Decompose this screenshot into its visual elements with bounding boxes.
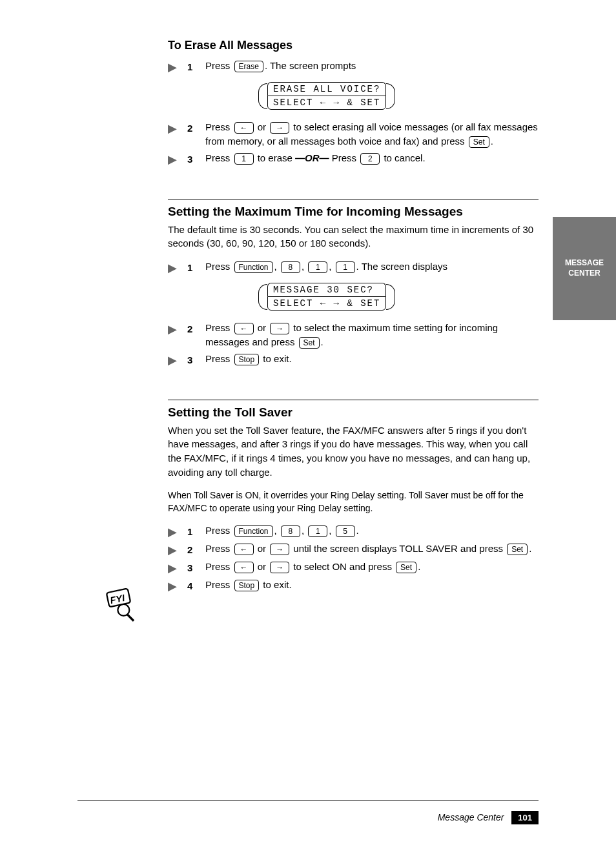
step-row: ▶ 1 Press Erase. The screen prompts	[168, 59, 539, 74]
step-row: ▶ 2 Press ← or → to select the maximum t…	[168, 321, 539, 349]
set-key: Set	[396, 562, 416, 573]
set-key: Set	[469, 136, 489, 148]
step-body: Press 1 to erase —OR— Press 2 to cancel.	[205, 151, 539, 165]
step-body: Press Stop to exit.	[205, 578, 539, 592]
lcd-cap-left-icon	[258, 83, 267, 109]
step-number: 2	[187, 120, 205, 134]
one-key: 1	[308, 525, 327, 537]
step-number: 3	[187, 151, 205, 165]
one-key: 1	[234, 153, 254, 165]
step-pointer-icon: ▶	[168, 260, 187, 275]
lcd-lines: ERASE ALL VOICE? SELECT ← → & SET	[267, 82, 386, 110]
eight-key: 8	[281, 261, 300, 273]
set-key: Set	[299, 337, 320, 349]
lcd-display: MESSAGE 30 SEC? SELECT ← → & SET	[258, 283, 539, 311]
svg-line-3	[127, 615, 134, 621]
toll-saver-intro2: When Toll Saver is ON, it overrides your…	[168, 489, 539, 515]
step-row: ▶ 2 Press ← or → to select erasing all v…	[168, 120, 539, 148]
left-arrow-key: ←	[234, 323, 254, 334]
function-key: Function	[234, 525, 273, 537]
step-pointer-icon: ▶	[168, 578, 187, 593]
two-key: 2	[360, 153, 380, 165]
step-body: Press ← or → to select ON and press Set.	[205, 560, 539, 574]
lcd-cap-right-icon	[386, 284, 395, 310]
step-pointer-icon: ▶	[168, 59, 187, 74]
one-key: 1	[308, 261, 327, 273]
step-body: Press Stop to exit.	[205, 352, 539, 366]
step-body: Press Function, 8, 1, 5.	[205, 524, 539, 538]
step-row: ▶ 3 Press 1 to erase —OR— Press 2 to can…	[168, 151, 539, 167]
left-arrow-key: ←	[234, 544, 254, 555]
step-row: ▶ 1 Press Function, 8, 1, 1. The screen …	[168, 260, 539, 275]
step-number: 1	[187, 524, 205, 537]
right-arrow-key: →	[270, 544, 289, 555]
right-arrow-key: →	[270, 122, 289, 134]
manual-page: MESSAGE CENTER To Erase All Messages ▶ 1…	[0, 0, 616, 867]
five-key: 5	[336, 525, 355, 537]
step-row: ▶ 2 Press ← or → until the screen displa…	[168, 542, 539, 557]
step-body: Press ← or → to select the maximum time …	[205, 321, 539, 349]
max-time-section: Setting the Maximum Time for Incoming Me…	[168, 199, 539, 367]
page-number: 101	[511, 811, 539, 824]
step-pointer-icon: ▶	[168, 542, 187, 557]
step-row: ▶ 3 Press Stop to exit.	[168, 352, 539, 367]
set-key: Set	[507, 544, 528, 555]
left-arrow-key: ←	[234, 562, 254, 573]
step-number: 3	[187, 560, 205, 573]
step-pointer-icon: ▶	[168, 120, 187, 136]
erase-key: Erase	[234, 61, 263, 72]
function-key: Function	[234, 261, 273, 273]
step-row: ▶ 4 Press Stop to exit.	[168, 578, 539, 593]
side-tab: MESSAGE CENTER	[553, 217, 616, 320]
stop-key: Stop	[234, 354, 260, 365]
lcd-display: ERASE ALL VOICE? SELECT ← → & SET	[258, 82, 539, 110]
lcd-line-1: ERASE ALL VOICE?	[267, 82, 386, 96]
footer-rule	[77, 801, 539, 802]
lcd-line-1: MESSAGE 30 SEC?	[267, 283, 386, 296]
step-pointer-icon: ▶	[168, 151, 187, 167]
erase-all-title: To Erase All Messages	[168, 39, 539, 52]
lcd-cap-right-icon	[386, 83, 395, 109]
step-body: Press ← or → to select erasing all voice…	[205, 120, 539, 148]
stop-key: Stop	[234, 580, 260, 591]
max-time-intro: The default time is 30 seconds. You can …	[168, 223, 539, 251]
step-row: ▶ 1 Press Function, 8, 1, 5.	[168, 524, 539, 539]
step-pointer-icon: ▶	[168, 352, 187, 367]
right-arrow-key: →	[270, 323, 289, 334]
or-label: —OR—	[295, 152, 329, 163]
max-time-title: Setting the Maximum Time for Incoming Me…	[168, 199, 539, 219]
step-number: 4	[187, 578, 205, 591]
eight-key: 8	[281, 525, 300, 537]
toll-saver-intro1: When you set the Toll Saver feature, the…	[168, 423, 539, 480]
fyi-icon: FYI	[103, 586, 149, 626]
toll-saver-title: Setting the Toll Saver	[168, 400, 539, 420]
one-key: 1	[336, 261, 355, 273]
side-tab-label: MESSAGE CENTER	[558, 258, 611, 278]
step-number: 2	[187, 321, 205, 334]
step-pointer-icon: ▶	[168, 560, 187, 575]
lcd-line-2: SELECT ← → & SET	[267, 96, 386, 110]
step-body: Press ← or → until the screen displays T…	[205, 542, 539, 556]
erase-all-section: To Erase All Messages ▶ 1 Press Erase. T…	[168, 39, 539, 167]
step-body: Press Erase. The screen prompts	[205, 59, 539, 73]
lcd-lines: MESSAGE 30 SEC? SELECT ← → & SET	[267, 283, 386, 311]
step-pointer-icon: ▶	[168, 321, 187, 336]
step-pointer-icon: ▶	[168, 524, 187, 539]
step-body: Press Function, 8, 1, 1. The screen disp…	[205, 260, 539, 274]
lcd-line-2: SELECT ← → & SET	[267, 296, 386, 311]
step-number: 3	[187, 352, 205, 365]
left-arrow-key: ←	[234, 122, 254, 134]
lcd-cap-left-icon	[258, 284, 267, 310]
toll-saver-section: Setting the Toll Saver When you set the …	[168, 400, 539, 594]
footer-label: Message Center	[438, 812, 504, 822]
page-footer: Message Center 101	[438, 811, 539, 824]
step-row: ▶ 3 Press ← or → to select ON and press …	[168, 560, 539, 575]
step-number: 1	[187, 59, 205, 72]
step-number: 1	[187, 260, 205, 273]
right-arrow-key: →	[270, 562, 289, 573]
step-number: 2	[187, 542, 205, 555]
